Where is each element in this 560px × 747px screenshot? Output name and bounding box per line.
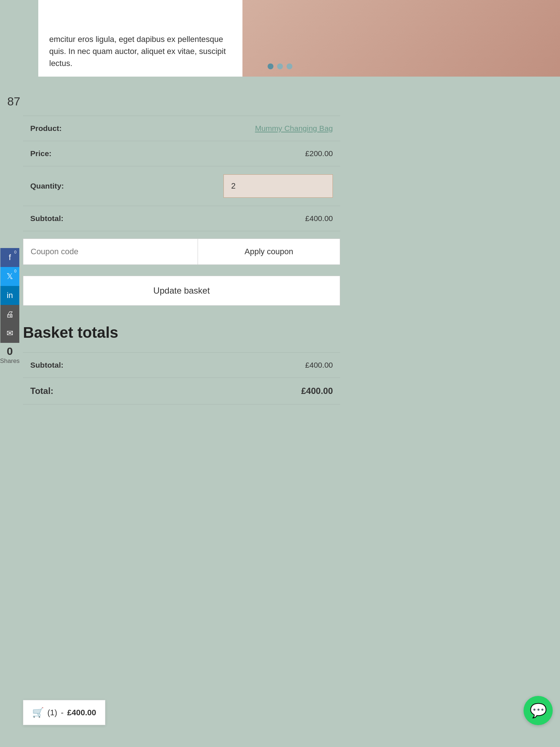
shares-count: 0 [7,345,13,357]
coupon-input[interactable] [23,239,198,265]
twitter-count: 0 [12,268,19,274]
whatsapp-button[interactable]: 💬 [524,696,553,725]
totals-subtotal-value: £400.00 [184,353,340,378]
apply-coupon-button[interactable]: Apply coupon [198,239,340,265]
price-row: Price: £200.00 [23,141,340,166]
dot-1[interactable] [268,63,273,69]
product-label: Product: [23,116,96,141]
coupon-row: Apply coupon [23,239,340,265]
hero-text: emcitur eros ligula, eget dapibus ex pel… [38,0,242,77]
price-value: £200.00 [96,141,340,166]
product-value: Mummy Changing Bag [96,116,340,141]
main-content: 87 Product: Mummy Changing Bag Price: £2… [0,77,560,426]
totals-subtotal-row: Subtotal: £400.00 [23,353,340,378]
twitter-icon: 𝕏 [7,272,13,281]
quantity-label: Quantity: [23,166,96,206]
subtotal-label: Subtotal: [23,206,96,231]
social-sidebar: f 0 𝕏 0 in 🖨 ✉ 0 Shares [0,248,20,365]
slideshow-dots [268,63,292,69]
quantity-input[interactable] [223,174,333,198]
update-basket-button[interactable]: Update basket [23,276,340,306]
print-icon: 🖨 [6,310,14,319]
shares-label: Shares [0,357,20,365]
dot-2[interactable] [277,63,283,69]
cart-table: Product: Mummy Changing Bag Price: £200.… [23,116,340,231]
cart-container: Product: Mummy Changing Bag Price: £200.… [23,116,340,306]
email-share-button[interactable]: ✉ [0,324,19,343]
whatsapp-icon: 💬 [530,703,547,719]
product-link[interactable]: Mummy Changing Bag [255,124,333,132]
totals-total-label: Total: [23,378,184,405]
quantity-row: Quantity: [23,166,340,206]
quantity-cell [96,166,340,206]
totals-subtotal-label: Subtotal: [23,353,184,378]
basket-totals-title: Basket totals [23,324,340,341]
subtotal-row: Subtotal: £400.00 [23,206,340,231]
twitter-share-button[interactable]: 𝕏 0 [0,267,19,286]
print-button[interactable]: 🖨 [0,305,19,324]
coupon-section: Apply coupon [23,239,340,265]
totals-total-value: £400.00 [184,378,340,405]
facebook-icon: f [9,253,11,262]
facebook-share-button[interactable]: f 0 [0,248,19,267]
page-number: 87 [0,88,560,116]
dot-3[interactable] [287,63,292,69]
linkedin-icon: in [7,291,13,300]
facebook-count: 0 [12,249,19,255]
product-row: Product: Mummy Changing Bag [23,116,340,141]
basket-totals-section: Basket totals Subtotal: £400.00 Total: £… [23,324,340,405]
totals-table: Subtotal: £400.00 Total: £400.00 [23,352,340,405]
email-icon: ✉ [7,329,13,338]
subtotal-value: £400.00 [96,206,340,231]
linkedin-share-button[interactable]: in [0,286,19,305]
totals-total-row: Total: £400.00 [23,378,340,405]
mini-cart-price: £400.00 [67,708,96,717]
cart-icon: 🛒 [32,707,44,718]
mini-cart-bar[interactable]: 🛒 (1) - £400.00 [23,700,105,725]
mini-cart-count: (1) [47,708,57,717]
mini-cart-separator: - [61,708,63,717]
hero-section: emcitur eros ligula, eget dapibus ex pel… [0,0,560,77]
price-label: Price: [23,141,96,166]
